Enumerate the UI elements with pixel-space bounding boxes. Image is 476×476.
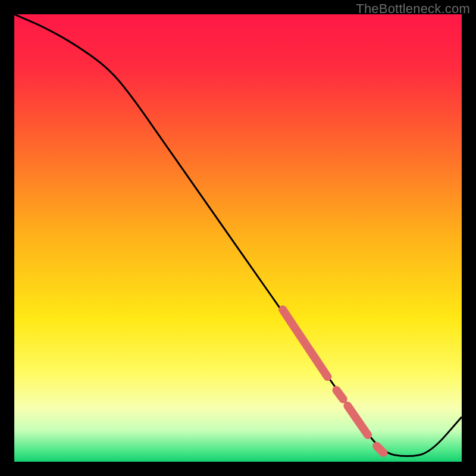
highlight-segment (336, 390, 343, 399)
chart-background (14, 14, 462, 462)
chart-frame (14, 14, 462, 462)
watermark-text: TheBottleneck.com (356, 1, 470, 17)
chart-plot (14, 14, 462, 462)
highlight-segment (377, 446, 383, 453)
